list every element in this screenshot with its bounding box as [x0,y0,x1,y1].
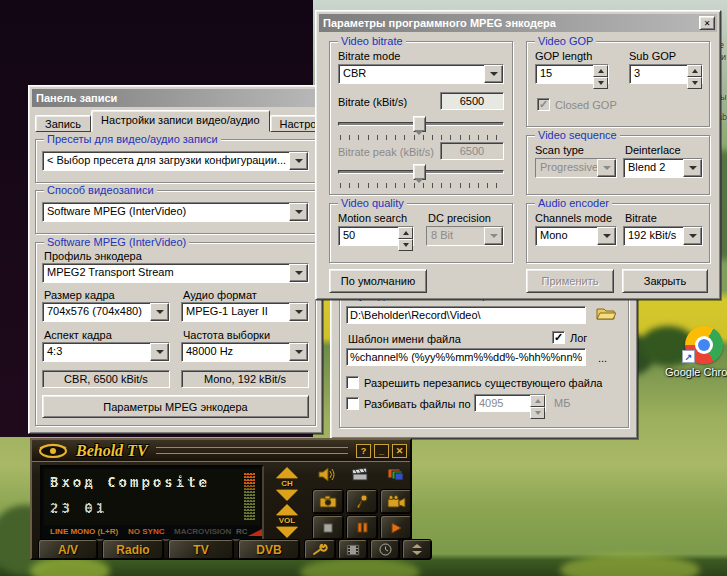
preset-select[interactable]: < Выбор пресета для загрузки конфигураци… [42,151,309,171]
close-button[interactable]: Закрыть [622,269,708,293]
pause-button[interactable] [346,515,378,540]
encoder-profile-label: Профиль энкодера [44,250,142,262]
chevron-down-icon[interactable] [683,227,702,245]
sub-gop-spinner[interactable]: 3 [629,64,703,84]
bitrate-slider-thumb[interactable] [413,116,426,132]
chevron-down-icon[interactable] [289,343,308,361]
record-method-legend: Способ видеозаписи [44,184,157,196]
channel-label: CH [281,480,293,488]
help-icon[interactable]: ? [356,444,371,458]
mode-av-button[interactable]: A/V [38,539,98,560]
video-bitrate-group: Video bitrate Bitrate mode CBR Bitrate (… [329,41,513,195]
preset-select-value: < Выбор пресета для загрузки конфигураци… [43,152,289,170]
chevron-down-icon[interactable] [597,227,616,245]
chevron-down-icon[interactable] [150,343,169,361]
close-icon[interactable]: ✕ [392,444,407,458]
bitrate-mode-label: Bitrate mode [338,50,400,62]
channel-up-button[interactable] [276,467,298,478]
behold-title: Behold TV [76,442,148,460]
video-record-button[interactable] [380,489,412,514]
tab-record[interactable]: Запись [35,115,91,132]
volume-up-button[interactable] [276,504,298,515]
frame-size-select[interactable]: 704x576 (704x480) [42,302,170,322]
timer-button[interactable] [370,539,400,560]
playlist-button[interactable] [338,539,368,560]
gop-length-spinner[interactable]: 15 [535,64,609,84]
chevron-down-icon[interactable] [150,303,169,321]
mode-tv-button[interactable]: TV [168,539,234,560]
audio-bitrate-label: Bitrate [625,212,657,224]
beholder-eye-logo-icon [38,443,68,458]
play-icon [391,522,402,534]
audio-bitrate-select[interactable]: 192 kBit/s [623,226,703,246]
scheduler-button[interactable] [350,466,368,482]
template-more-button[interactable]: ... [598,352,607,364]
chevron-down-icon[interactable] [289,264,308,282]
mute-button[interactable] [318,467,336,482]
behold-titlebar[interactable]: Behold TV ? _ ✕ [32,440,410,462]
defaults-button[interactable]: По умолчанию [329,269,427,293]
desktop: е ни ы аb ↗ Google Chro Панель записи За… [0,0,727,576]
aspect-label: Аспект кадра [44,329,112,341]
log-checkbox-row[interactable]: Лог [552,331,587,344]
split-checkbox[interactable] [346,397,359,410]
bitrate-mode-select[interactable]: CBR [338,64,504,84]
video-quality-legend: Video quality [338,197,407,209]
apply-button[interactable]: Применить [526,269,614,293]
speaker-icon [318,467,336,482]
record-method-value: Software MPEG (InterVideo) [43,203,289,221]
presets-group-legend: Пресеты для видео/аудио записи [44,133,221,145]
close-icon[interactable]: ✕ [699,16,715,30]
spinner-buttons[interactable] [687,65,702,83]
sync-status: NO SYNC [128,527,164,536]
tab-video-audio-settings[interactable]: Настройки записи видео/аудио [91,110,269,132]
settings-button[interactable] [304,539,336,560]
video-mode-button[interactable] [386,467,404,482]
audio-record-button[interactable] [346,489,378,514]
gop-length-label: GOP length [535,50,592,62]
encoder-profile-select[interactable]: MPEG2 Transport Stream [42,263,309,283]
motion-search-spinner[interactable]: 50 [338,226,414,246]
stop-button[interactable] [312,515,344,540]
split-size-spinner[interactable]: 4095 [474,394,546,412]
volume-down-button[interactable] [276,527,298,538]
chrome-icon-label: Google Chro [665,366,727,378]
filename-template-input[interactable] [346,348,586,366]
play-button[interactable] [380,515,412,540]
record-panel-titlebar[interactable]: Панель записи [32,89,319,107]
chevron-down-icon[interactable] [683,159,702,177]
mode-dvb-button[interactable]: DVB [238,539,300,560]
overwrite-checkbox-row[interactable]: Разрешить перезапись существующего файла [346,376,602,389]
browse-folder-button[interactable] [596,305,618,323]
video-summary: CBR, 6500 kBit/s [42,370,170,388]
deinterlace-select[interactable]: Blend 2 [623,158,703,178]
dialog-titlebar[interactable]: Параметры программного MPEG энкодера [319,14,717,32]
chevron-down-icon[interactable] [289,303,308,321]
sample-rate-select[interactable]: 48000 Hz [181,342,309,362]
mode-radio-button[interactable]: Radio [102,539,164,560]
chevron-down-icon[interactable] [289,152,308,170]
video-sequence-group: Video sequence Scan type Deinterlace Pro… [526,135,710,195]
mpeg-encoder-params-button[interactable]: Параметры MPEG энкодера [42,395,309,418]
log-checkbox[interactable] [552,331,565,344]
channels-mode-select[interactable]: Mono [535,226,617,246]
snapshot-button[interactable] [312,489,344,514]
overwrite-checkbox[interactable] [346,376,359,389]
minimize-icon[interactable]: _ [374,444,389,458]
record-path-input[interactable] [346,306,586,324]
chevron-down-icon[interactable] [484,65,503,83]
audio-format-value: MPEG-1 Layer II [182,303,289,321]
spinner-buttons[interactable] [398,227,413,245]
led-display-panel: Вход Composite 23 01 LINE MONO (L+R) NO … [40,465,264,541]
chevron-down-icon[interactable] [289,203,308,221]
split-checkbox-row[interactable]: Разбивать файлы по [346,397,471,410]
spinner-buttons[interactable] [530,395,545,411]
record-method-select[interactable]: Software MPEG (InterVideo) [42,202,309,222]
channel-down-button[interactable] [276,490,298,501]
google-chrome-shortcut[interactable]: ↗ Google Chro [660,326,727,380]
channel-control: CH [270,467,304,501]
audio-format-select[interactable]: MPEG-1 Layer II [181,302,309,322]
minimode-button[interactable] [402,539,432,560]
spinner-buttons[interactable] [593,65,608,83]
aspect-select[interactable]: 4:3 [42,342,170,362]
